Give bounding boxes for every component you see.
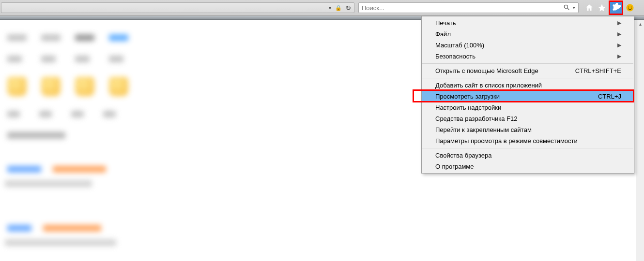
menu-item-shortcut: CTRL+SHIFT+E [575, 67, 621, 74]
menu-item-label: Параметры просмотра в режиме совместимос… [435, 137, 621, 145]
menu-item[interactable]: Параметры просмотра в режиме совместимос… [422, 135, 634, 146]
menu-item-label: Файл [435, 30, 617, 38]
svg-point-0 [564, 5, 567, 8]
svg-line-1 [567, 8, 569, 10]
menu-item[interactable]: Перейти к закрепленным сайтам [422, 124, 634, 135]
favorites-star-icon[interactable] [596, 2, 608, 14]
menu-item-shortcut: CTRL+J [598, 93, 621, 100]
menu-item-label: Свойства браузера [435, 152, 621, 159]
menu-item-label: Средства разработчика F12 [435, 115, 621, 122]
menu-item-label: Перейти к закрепленным сайтам [435, 126, 621, 133]
chevron-right-icon: ▶ [617, 53, 621, 59]
menu-item-label: Печать [435, 19, 617, 27]
gear-icon [610, 2, 622, 14]
svg-point-3 [628, 7, 629, 8]
browser-toolbar: ▾ [0, 0, 644, 16]
menu-item[interactable]: Настроить надстройки [422, 102, 634, 113]
menu-item-label: О программе [435, 163, 621, 170]
svg-point-2 [627, 4, 634, 12]
vertical-scrollbar[interactable]: ▴ [636, 20, 644, 261]
feedback-smiley-icon[interactable] [624, 2, 636, 14]
chevron-right-icon: ▶ [617, 20, 621, 26]
menu-item[interactable]: Файл▶ [422, 29, 634, 40]
menu-item[interactable]: Масштаб (100%)▶ [422, 40, 634, 51]
menu-item-label: Масштаб (100%) [435, 42, 617, 49]
tools-gear-button[interactable] [609, 0, 623, 15]
menu-item[interactable]: О программе [422, 161, 634, 172]
toolbar-right-icons [583, 0, 636, 15]
menu-item-label: Открыть с помощью Microsoft Edge [435, 67, 575, 74]
menu-item[interactable]: Открыть с помощью Microsoft EdgeCTRL+SHI… [422, 65, 634, 76]
search-input[interactable] [362, 4, 561, 12]
home-icon[interactable] [583, 2, 595, 14]
chevron-right-icon: ▶ [617, 31, 621, 37]
menu-item-label: Просмотреть загрузки [435, 93, 598, 100]
menu-item[interactable]: Безопасность▶ [422, 51, 634, 62]
menu-item[interactable]: Просмотреть загрузкиCTRL+J [422, 91, 634, 102]
menu-item-label: Настроить надстройки [435, 104, 621, 111]
menu-item[interactable]: Свойства браузера [422, 150, 634, 161]
menu-item[interactable]: Средства разработчика F12 [422, 113, 634, 124]
menu-separator [422, 148, 633, 148]
search-dropdown-icon[interactable]: ▾ [572, 5, 575, 10]
refresh-icon[interactable] [346, 4, 351, 12]
address-dropdown-icon[interactable] [329, 5, 331, 11]
address-bar[interactable] [1, 2, 354, 13]
menu-item-label: Добавить сайт в список приложений [435, 82, 621, 89]
svg-point-4 [631, 7, 632, 8]
lock-icon[interactable] [335, 5, 342, 11]
menu-item-label: Безопасность [435, 53, 617, 60]
search-icon[interactable] [561, 4, 572, 12]
search-box[interactable]: ▾ [358, 2, 579, 13]
menu-separator [422, 78, 633, 78]
tools-menu: Печать▶Файл▶Масштаб (100%)▶Безопасность▶… [421, 16, 634, 174]
menu-item[interactable]: Добавить сайт в список приложений [422, 80, 634, 91]
chevron-right-icon: ▶ [617, 42, 621, 48]
menu-item[interactable]: Печать▶ [422, 17, 634, 29]
menu-separator [422, 63, 633, 64]
scrollbar-up-arrow-icon[interactable]: ▴ [636, 20, 644, 28]
